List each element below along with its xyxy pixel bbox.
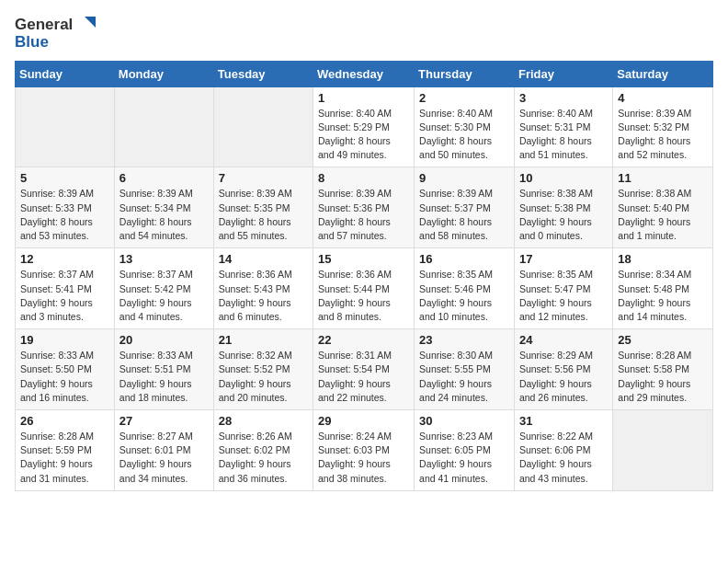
day-info: Sunrise: 8:35 AM Sunset: 5:46 PM Dayligh…	[419, 268, 509, 324]
day-cell: 30Sunrise: 8:23 AM Sunset: 6:05 PM Dayli…	[415, 410, 515, 491]
day-info: Sunrise: 8:29 AM Sunset: 5:56 PM Dayligh…	[519, 349, 608, 405]
day-number: 5	[20, 171, 109, 185]
day-number: 1	[318, 91, 409, 105]
day-info: Sunrise: 8:39 AM Sunset: 5:32 PM Dayligh…	[618, 107, 708, 163]
day-number: 7	[219, 171, 308, 185]
day-cell: 22Sunrise: 8:31 AM Sunset: 5:54 PM Dayli…	[313, 329, 415, 410]
day-cell	[613, 410, 713, 491]
day-info: Sunrise: 8:35 AM Sunset: 5:47 PM Dayligh…	[519, 268, 608, 324]
day-number: 20	[119, 333, 209, 347]
weekday-header-monday: Monday	[114, 61, 213, 86]
day-number: 15	[318, 252, 409, 266]
day-info: Sunrise: 8:23 AM Sunset: 6:05 PM Dayligh…	[419, 430, 509, 486]
day-info: Sunrise: 8:24 AM Sunset: 6:03 PM Dayligh…	[318, 430, 409, 486]
day-number: 24	[519, 333, 608, 347]
weekday-header-tuesday: Tuesday	[213, 61, 313, 86]
day-info: Sunrise: 8:30 AM Sunset: 5:55 PM Dayligh…	[419, 349, 509, 405]
day-number: 30	[419, 414, 509, 428]
day-cell: 8Sunrise: 8:39 AM Sunset: 5:36 PM Daylig…	[313, 167, 415, 248]
day-number: 17	[519, 252, 608, 266]
day-cell: 13Sunrise: 8:37 AM Sunset: 5:42 PM Dayli…	[114, 248, 213, 329]
day-cell: 20Sunrise: 8:33 AM Sunset: 5:51 PM Dayli…	[114, 329, 213, 410]
day-info: Sunrise: 8:28 AM Sunset: 5:59 PM Dayligh…	[20, 430, 109, 486]
day-cell: 6Sunrise: 8:39 AM Sunset: 5:34 PM Daylig…	[114, 167, 213, 248]
day-info: Sunrise: 8:36 AM Sunset: 5:43 PM Dayligh…	[219, 268, 308, 324]
day-cell: 4Sunrise: 8:39 AM Sunset: 5:32 PM Daylig…	[613, 86, 713, 167]
day-number: 28	[219, 414, 308, 428]
week-row-4: 19Sunrise: 8:33 AM Sunset: 5:50 PM Dayli…	[16, 329, 713, 410]
day-info: Sunrise: 8:32 AM Sunset: 5:52 PM Dayligh…	[219, 349, 308, 405]
day-cell: 14Sunrise: 8:36 AM Sunset: 5:43 PM Dayli…	[213, 248, 313, 329]
day-cell: 15Sunrise: 8:36 AM Sunset: 5:44 PM Dayli…	[313, 248, 415, 329]
logo-triangle-icon	[75, 15, 96, 35]
weekday-header-thursday: Thursday	[415, 61, 515, 86]
weekday-header-sunday: Sunday	[16, 61, 115, 86]
day-number: 31	[519, 414, 608, 428]
day-cell	[16, 86, 115, 167]
day-info: Sunrise: 8:39 AM Sunset: 5:33 PM Dayligh…	[20, 187, 109, 243]
day-info: Sunrise: 8:33 AM Sunset: 5:50 PM Dayligh…	[20, 349, 109, 405]
day-cell: 17Sunrise: 8:35 AM Sunset: 5:47 PM Dayli…	[514, 248, 612, 329]
day-cell: 10Sunrise: 8:38 AM Sunset: 5:38 PM Dayli…	[514, 167, 612, 248]
day-cell: 28Sunrise: 8:26 AM Sunset: 6:02 PM Dayli…	[213, 410, 313, 491]
day-cell: 23Sunrise: 8:30 AM Sunset: 5:55 PM Dayli…	[415, 329, 515, 410]
day-number: 2	[419, 91, 509, 105]
day-cell: 11Sunrise: 8:38 AM Sunset: 5:40 PM Dayli…	[613, 167, 713, 248]
day-cell: 16Sunrise: 8:35 AM Sunset: 5:46 PM Dayli…	[415, 248, 515, 329]
day-number: 8	[318, 171, 409, 185]
day-number: 29	[318, 414, 409, 428]
logo-general: General	[15, 16, 73, 34]
day-cell: 31Sunrise: 8:22 AM Sunset: 6:06 PM Dayli…	[514, 410, 612, 491]
day-info: Sunrise: 8:31 AM Sunset: 5:54 PM Dayligh…	[318, 349, 409, 405]
day-number: 21	[219, 333, 308, 347]
day-info: Sunrise: 8:40 AM Sunset: 5:29 PM Dayligh…	[318, 107, 409, 163]
day-cell: 7Sunrise: 8:39 AM Sunset: 5:35 PM Daylig…	[213, 167, 313, 248]
day-info: Sunrise: 8:39 AM Sunset: 5:35 PM Dayligh…	[219, 187, 308, 243]
day-number: 6	[119, 171, 209, 185]
week-row-2: 5Sunrise: 8:39 AM Sunset: 5:33 PM Daylig…	[16, 167, 713, 248]
page: General Blue SundayMondayTuesdayWednesda…	[0, 0, 728, 563]
day-number: 3	[519, 91, 608, 105]
week-row-5: 26Sunrise: 8:28 AM Sunset: 5:59 PM Dayli…	[16, 410, 713, 491]
day-cell: 25Sunrise: 8:28 AM Sunset: 5:58 PM Dayli…	[613, 329, 713, 410]
day-cell: 2Sunrise: 8:40 AM Sunset: 5:30 PM Daylig…	[415, 86, 515, 167]
svg-marker-0	[85, 17, 96, 28]
weekday-header-wednesday: Wednesday	[313, 61, 415, 86]
weekday-header-row: SundayMondayTuesdayWednesdayThursdayFrid…	[16, 61, 713, 86]
day-cell: 24Sunrise: 8:29 AM Sunset: 5:56 PM Dayli…	[514, 329, 612, 410]
day-info: Sunrise: 8:26 AM Sunset: 6:02 PM Dayligh…	[219, 430, 308, 486]
day-cell: 1Sunrise: 8:40 AM Sunset: 5:29 PM Daylig…	[313, 86, 415, 167]
day-cell: 26Sunrise: 8:28 AM Sunset: 5:59 PM Dayli…	[16, 410, 115, 491]
week-row-3: 12Sunrise: 8:37 AM Sunset: 5:41 PM Dayli…	[16, 248, 713, 329]
day-number: 14	[219, 252, 308, 266]
logo-text-block: General Blue	[15, 15, 96, 52]
weekday-header-saturday: Saturday	[613, 61, 713, 86]
day-cell: 27Sunrise: 8:27 AM Sunset: 6:01 PM Dayli…	[114, 410, 213, 491]
day-cell: 19Sunrise: 8:33 AM Sunset: 5:50 PM Dayli…	[16, 329, 115, 410]
day-number: 18	[618, 252, 708, 266]
day-cell	[213, 86, 313, 167]
day-number: 4	[618, 91, 708, 105]
day-info: Sunrise: 8:40 AM Sunset: 5:31 PM Dayligh…	[519, 107, 608, 163]
day-number: 9	[419, 171, 509, 185]
day-number: 11	[618, 171, 708, 185]
day-info: Sunrise: 8:28 AM Sunset: 5:58 PM Dayligh…	[618, 349, 708, 405]
week-row-1: 1Sunrise: 8:40 AM Sunset: 5:29 PM Daylig…	[16, 86, 713, 167]
day-number: 23	[419, 333, 509, 347]
day-info: Sunrise: 8:33 AM Sunset: 5:51 PM Dayligh…	[119, 349, 209, 405]
header: General Blue	[15, 15, 713, 52]
day-cell: 29Sunrise: 8:24 AM Sunset: 6:03 PM Dayli…	[313, 410, 415, 491]
calendar-table: SundayMondayTuesdayWednesdayThursdayFrid…	[15, 61, 713, 491]
day-number: 16	[419, 252, 509, 266]
day-info: Sunrise: 8:38 AM Sunset: 5:40 PM Dayligh…	[618, 187, 708, 243]
day-info: Sunrise: 8:36 AM Sunset: 5:44 PM Dayligh…	[318, 268, 409, 324]
day-number: 27	[119, 414, 209, 428]
day-number: 13	[119, 252, 209, 266]
day-info: Sunrise: 8:37 AM Sunset: 5:41 PM Dayligh…	[20, 268, 109, 324]
day-info: Sunrise: 8:39 AM Sunset: 5:37 PM Dayligh…	[419, 187, 509, 243]
day-number: 22	[318, 333, 409, 347]
day-info: Sunrise: 8:37 AM Sunset: 5:42 PM Dayligh…	[119, 268, 209, 324]
day-cell: 21Sunrise: 8:32 AM Sunset: 5:52 PM Dayli…	[213, 329, 313, 410]
day-number: 12	[20, 252, 109, 266]
day-info: Sunrise: 8:22 AM Sunset: 6:06 PM Dayligh…	[519, 430, 608, 486]
